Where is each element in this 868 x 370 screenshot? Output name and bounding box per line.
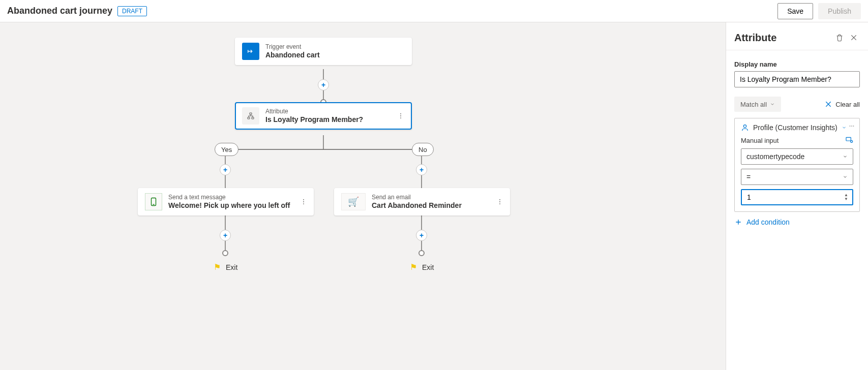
svg-rect-8 <box>248 117 250 119</box>
terminal-joint-yes <box>222 250 228 256</box>
chevron-down-icon <box>770 102 775 107</box>
profile-icon <box>741 124 749 132</box>
svg-point-10 <box>400 113 401 114</box>
page-title: Abandoned cart journey <box>7 6 112 16</box>
add-step-no-button[interactable]: + <box>416 164 427 175</box>
svg-point-24 <box>743 125 746 128</box>
svg-point-21 <box>850 126 851 127</box>
node-sms[interactable]: Send a text message Welcome! Pick up whe… <box>138 188 314 215</box>
svg-point-23 <box>853 126 854 127</box>
svg-rect-9 <box>252 117 254 119</box>
chevron-down-icon <box>843 154 848 159</box>
svg-point-22 <box>851 126 852 127</box>
node-attribute-more-button[interactable] <box>396 111 406 121</box>
node-email-more-button[interactable] <box>495 197 505 207</box>
branch-no-chip[interactable]: No <box>412 143 434 156</box>
svg-point-17 <box>303 203 304 204</box>
branch-yes-chip[interactable]: Yes <box>215 143 238 156</box>
svg-point-19 <box>499 201 500 202</box>
close-panel-button[interactable] <box>847 30 861 45</box>
svg-point-15 <box>303 199 304 200</box>
publish-button[interactable]: Publish <box>818 3 861 19</box>
condition-source-dropdown[interactable]: Profile (Customer Insights) <box>741 124 853 132</box>
node-trigger-kicker: Trigger event <box>265 43 320 50</box>
add-step-yes-button[interactable]: + <box>220 164 231 175</box>
add-step-after-email-button[interactable]: + <box>416 230 427 241</box>
trigger-icon <box>242 43 259 60</box>
header-bar: Abandoned cart journey DRAFT Save Publis… <box>0 0 868 22</box>
svg-point-26 <box>851 140 853 142</box>
svg-point-20 <box>499 203 500 204</box>
node-attribute-label: Is Loyalty Program Member? <box>265 115 363 124</box>
close-icon <box>824 100 832 108</box>
spinner-controls[interactable]: ▲▼ <box>844 193 848 201</box>
exit-no: ⚑ Exit <box>410 262 434 272</box>
clear-all-button[interactable]: Clear all <box>824 100 860 108</box>
email-thumbnail-icon: 🛒 <box>341 193 366 210</box>
condition-card: Profile (Customer Insights) Manual input… <box>734 118 860 212</box>
operator-value: = <box>746 173 751 181</box>
manual-input-picker-button[interactable] <box>845 136 853 145</box>
condition-source-label: Profile (Customer Insights) <box>753 124 837 132</box>
condition-more-button[interactable] <box>847 121 856 131</box>
svg-point-16 <box>303 201 304 202</box>
chevron-down-icon <box>842 125 847 130</box>
add-step-button[interactable]: + <box>318 79 329 90</box>
match-mode-label: Match all <box>740 101 767 108</box>
svg-point-18 <box>499 199 500 200</box>
exit-yes-label: Exit <box>226 263 237 271</box>
add-step-after-sms-button[interactable]: + <box>220 230 231 241</box>
status-badge: DRAFT <box>117 6 147 16</box>
journey-canvas[interactable]: Trigger event Abandoned cart + Attribute… <box>0 22 726 370</box>
node-trigger[interactable]: Trigger event Abandoned cart <box>235 38 412 65</box>
svg-point-11 <box>400 115 401 116</box>
terminal-joint-no <box>418 250 425 256</box>
details-panel: Attribute Display name Match all <box>726 22 868 370</box>
attribute-field-value: customertypecode <box>746 152 804 161</box>
attribute-field-dropdown[interactable]: customertypecode <box>741 148 853 165</box>
attribute-branch-icon <box>242 107 259 125</box>
manual-input-label: Manual input <box>741 137 779 144</box>
exit-yes: ⚑ Exit <box>214 262 237 272</box>
plus-icon <box>734 218 742 226</box>
exit-no-label: Exit <box>422 263 434 271</box>
svg-rect-25 <box>846 137 851 141</box>
sms-icon <box>145 193 162 210</box>
node-trigger-label: Abandoned cart <box>265 50 320 59</box>
node-email-kicker: Send an email <box>372 194 462 201</box>
svg-rect-7 <box>250 113 252 114</box>
panel-title: Attribute <box>734 32 832 44</box>
flag-icon: ⚑ <box>410 262 417 272</box>
add-condition-label: Add condition <box>746 218 790 226</box>
value-spinner[interactable]: ▲▼ <box>741 189 853 205</box>
display-name-label: Display name <box>734 60 860 68</box>
flag-icon: ⚑ <box>214 262 221 272</box>
add-condition-button[interactable]: Add condition <box>734 218 860 226</box>
node-email-label: Cart Abandoned Reminder <box>372 201 462 210</box>
svg-point-12 <box>400 117 401 118</box>
display-name-input[interactable] <box>734 71 860 87</box>
node-sms-label: Welcome! Pick up where you left off <box>168 201 290 210</box>
clear-all-label: Clear all <box>835 101 860 108</box>
node-sms-more-button[interactable] <box>298 197 309 207</box>
save-button[interactable]: Save <box>777 3 813 19</box>
node-attribute[interactable]: Attribute Is Loyalty Program Member? <box>235 102 412 130</box>
delete-button[interactable] <box>832 30 847 45</box>
chevron-down-icon <box>843 174 848 179</box>
node-attribute-kicker: Attribute <box>265 108 363 115</box>
node-email[interactable]: 🛒 Send an email Cart Abandoned Reminder <box>334 188 510 215</box>
node-sms-kicker: Send a text message <box>168 194 290 201</box>
value-input[interactable] <box>746 193 844 202</box>
operator-dropdown[interactable]: = <box>741 169 853 185</box>
match-mode-dropdown[interactable]: Match all <box>734 97 781 112</box>
